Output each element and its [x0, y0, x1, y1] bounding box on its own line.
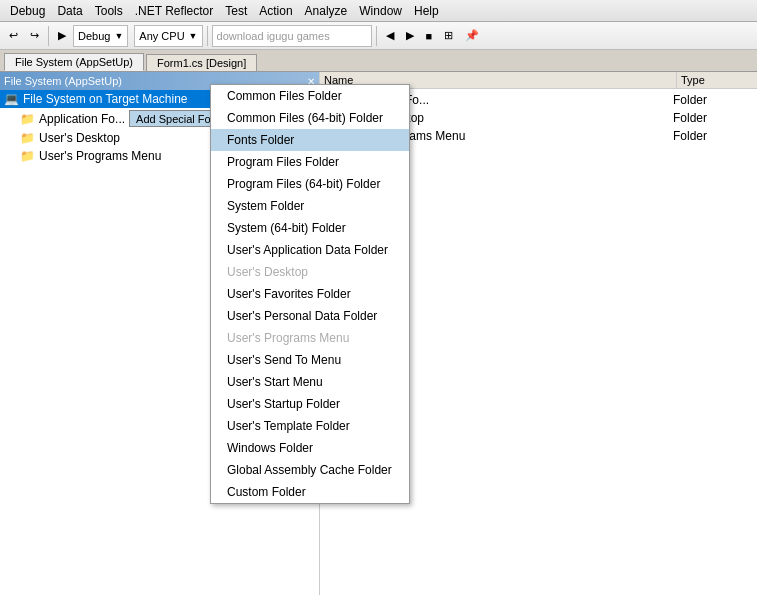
submenu-item-16[interactable]: Windows Folder [211, 437, 409, 459]
tree-desktop-label: User's Desktop [39, 131, 120, 145]
submenu-item-4[interactable]: Program Files (64-bit) Folder [211, 173, 409, 195]
cpu-dropdown[interactable]: Any CPU ▼ [134, 25, 202, 47]
menu-window[interactable]: Window [353, 2, 408, 20]
type-cell-0: Folder [673, 93, 753, 107]
submenu-item-14[interactable]: User's Startup Folder [211, 393, 409, 415]
toolbar-action-btn[interactable]: ▶ [53, 26, 71, 45]
main-area: File System (AppSetUp) ✕ 💻 File System o… [0, 72, 757, 595]
toolbar-sep-1 [48, 26, 49, 46]
submenu-item-1[interactable]: Common Files (64-bit) Folder [211, 107, 409, 129]
menu-debug[interactable]: Debug [4, 2, 51, 20]
toolbar-sep-3 [376, 26, 377, 46]
submenu-popup: Common Files FolderCommon Files (64-bit)… [210, 84, 410, 504]
submenu-item-6[interactable]: System (64-bit) Folder [211, 217, 409, 239]
type-cell-1: Folder [673, 111, 753, 125]
tabbar: File System (AppSetUp) Form1.cs [Design] [0, 50, 757, 72]
submenu-item-8: User's Desktop [211, 261, 409, 283]
debug-dropdown-arrow: ▼ [114, 31, 123, 41]
programs-icon: 📁 [20, 149, 35, 163]
debug-label: Debug [78, 30, 110, 42]
submenu-item-9[interactable]: User's Favorites Folder [211, 283, 409, 305]
redo-button[interactable]: ↪ [25, 26, 44, 45]
menubar: Debug Data Tools .NET Reflector Test Act… [0, 0, 757, 22]
type-cell-2: Folder [673, 129, 753, 143]
tab-form1[interactable]: Form1.cs [Design] [146, 54, 257, 71]
menu-action[interactable]: Action [253, 2, 298, 20]
nav-btn-1[interactable]: ◀ [381, 26, 399, 45]
menu-analyze[interactable]: Analyze [299, 2, 354, 20]
desktop-icon: 📁 [20, 131, 35, 145]
pin-button[interactable]: 📌 [460, 26, 484, 45]
menu-tools[interactable]: Tools [89, 2, 129, 20]
submenu-item-0[interactable]: Common Files Folder [211, 85, 409, 107]
submenu-item-5[interactable]: System Folder [211, 195, 409, 217]
tree-programs-label: User's Programs Menu [39, 149, 161, 163]
docked-title: File System (AppSetUp) [4, 75, 122, 87]
col-type-header: Type [677, 72, 757, 88]
submenu-item-17[interactable]: Global Assembly Cache Folder [211, 459, 409, 481]
tree-appfolder-label: Application Fo... [39, 112, 125, 126]
nav-btn-2[interactable]: ▶ [401, 26, 419, 45]
submenu-item-18[interactable]: Custom Folder [211, 481, 409, 503]
search-box[interactable]: download igugu games [212, 25, 372, 47]
menu-net-reflector[interactable]: .NET Reflector [129, 2, 219, 20]
search-text: download igugu games [217, 30, 330, 42]
tab-form1-label: Form1.cs [Design] [157, 57, 246, 69]
toolbar: ↩ ↪ ▶ Debug ▼ Any CPU ▼ download igugu g… [0, 22, 757, 50]
root-icon: 💻 [4, 92, 19, 106]
debug-dropdown[interactable]: Debug ▼ [73, 25, 128, 47]
submenu-item-12[interactable]: User's Send To Menu [211, 349, 409, 371]
submenu-item-15[interactable]: User's Template Folder [211, 415, 409, 437]
tree-root-label: File System on Target Machine [23, 92, 188, 106]
submenu-item-11: User's Programs Menu [211, 327, 409, 349]
nav-btn-4[interactable]: ⊞ [439, 26, 458, 45]
submenu-item-10[interactable]: User's Personal Data Folder [211, 305, 409, 327]
submenu-item-7[interactable]: User's Application Data Folder [211, 239, 409, 261]
toolbar-sep-2 [207, 26, 208, 46]
cpu-label: Any CPU [139, 30, 184, 42]
submenu-item-13[interactable]: User's Start Menu [211, 371, 409, 393]
menu-test[interactable]: Test [219, 2, 253, 20]
menu-data[interactable]: Data [51, 2, 88, 20]
tab-filesystem-label: File System (AppSetUp) [15, 56, 133, 68]
menu-help[interactable]: Help [408, 2, 445, 20]
submenu-item-2[interactable]: Fonts Folder [211, 129, 409, 151]
appfolder-icon: 📁 [20, 112, 35, 126]
cpu-dropdown-arrow: ▼ [189, 31, 198, 41]
submenu-item-3[interactable]: Program Files Folder [211, 151, 409, 173]
undo-button[interactable]: ↩ [4, 26, 23, 45]
tab-filesystem[interactable]: File System (AppSetUp) [4, 53, 144, 71]
nav-btn-3[interactable]: ■ [421, 27, 438, 45]
